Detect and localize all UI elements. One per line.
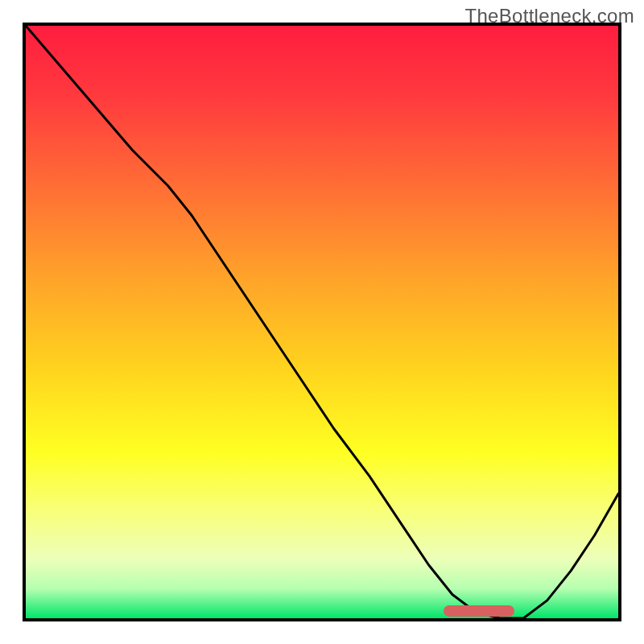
chart-canvas: TheBottleneck.com xyxy=(0,0,644,644)
plot-area xyxy=(23,23,621,621)
optimum-marker xyxy=(444,605,514,617)
bottleneck-curve xyxy=(26,26,618,618)
